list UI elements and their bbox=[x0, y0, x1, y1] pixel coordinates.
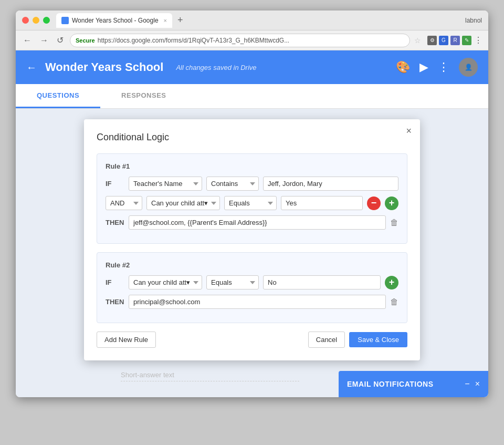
browser-addressbar: ← → ↺ Secure https://docs.google.com/for… bbox=[16, 30, 488, 50]
rule-2-if-field-select[interactable]: Can your child att▾ bbox=[129, 275, 202, 289]
ext-icon-1[interactable]: ⚙ bbox=[427, 36, 437, 45]
rule-2-box: Rule #2 IF Can your child att▾ Equals + … bbox=[97, 252, 407, 323]
rule-2-if-keyword: IF bbox=[106, 278, 124, 286]
rule-2-then-row: THEN 🗑 bbox=[106, 295, 398, 309]
rule-2-then-keyword: THEN bbox=[106, 298, 124, 306]
rule-1-and-operator-select[interactable]: Equals bbox=[224, 196, 277, 210]
user-avatar[interactable]: 👤 bbox=[459, 58, 478, 77]
email-notification-bar: EMAIL NOTIFICATIONS − × bbox=[339, 371, 488, 397]
minimize-window-button[interactable] bbox=[33, 17, 39, 24]
modal-close-button[interactable]: × bbox=[406, 126, 412, 137]
rule-2-then-value-input[interactable] bbox=[129, 295, 386, 309]
tab-title: Wonder Years School - Google bbox=[72, 17, 159, 24]
browser-tab[interactable]: Wonder Years School - Google × bbox=[56, 13, 172, 28]
rule-1-and-field-select[interactable]: Can your child att▾ bbox=[146, 196, 220, 210]
browser-titlebar: Wonder Years School - Google × + labnol bbox=[16, 11, 488, 30]
app-title: Wonder Years School bbox=[45, 60, 163, 74]
cancel-button[interactable]: Cancel bbox=[308, 332, 345, 348]
rule-2-label: Rule #2 bbox=[106, 261, 398, 269]
traffic-lights bbox=[22, 17, 50, 24]
save-close-button[interactable]: Save & Close bbox=[349, 332, 407, 347]
bookmark-button[interactable]: ☆ bbox=[414, 36, 421, 45]
rule-1-box: Rule #1 IF Teacher's Name Contains AND bbox=[97, 153, 407, 244]
rule-1-if-operator-select[interactable]: Contains bbox=[206, 177, 259, 191]
palette-icon[interactable]: 🎨 bbox=[396, 60, 410, 74]
rule-1-then-row: THEN 🗑 bbox=[106, 215, 398, 230]
rule-1-if-keyword: IF bbox=[106, 180, 124, 188]
rule-1-then-value-input[interactable] bbox=[129, 215, 386, 230]
address-bar[interactable]: Secure https://docs.google.com/forms/d/1… bbox=[70, 34, 410, 47]
header-actions: 🎨 ▶ ⋮ 👤 bbox=[396, 58, 478, 77]
user-label: labnol bbox=[465, 17, 482, 24]
rule-2-if-operator-select[interactable]: Equals bbox=[206, 275, 259, 289]
rule-2-if-row: IF Can your child att▾ Equals + bbox=[106, 275, 398, 289]
tab-favicon-icon bbox=[61, 17, 69, 24]
address-text: https://docs.google.com/forms/d/1RqiQvT-… bbox=[98, 37, 290, 44]
rule-1-if-row: IF Teacher's Name Contains bbox=[106, 177, 398, 191]
saved-label: All changes saved in Drive bbox=[176, 64, 256, 71]
tab-bar: QUESTIONS RESPONSES bbox=[16, 84, 488, 109]
rule-1-delete-button[interactable]: 🗑 bbox=[390, 218, 398, 227]
short-answer-placeholder: Short-answer text bbox=[121, 371, 299, 381]
remove-condition-button[interactable]: − bbox=[367, 196, 381, 210]
forward-button[interactable]: → bbox=[38, 35, 50, 46]
notification-actions: − × bbox=[465, 379, 480, 389]
tab-questions[interactable]: QUESTIONS bbox=[16, 84, 100, 108]
close-window-button[interactable] bbox=[22, 17, 29, 24]
tab-responses[interactable]: RESPONSES bbox=[100, 84, 187, 108]
conditional-logic-modal: × Conditional Logic Rule #1 IF Teacher's… bbox=[84, 119, 420, 360]
main-area: × Conditional Logic Rule #1 IF Teacher's… bbox=[16, 109, 488, 397]
new-tab-button[interactable]: + bbox=[174, 14, 186, 27]
modal-footer: Add New Rule Cancel Save & Close bbox=[97, 332, 407, 348]
ext-icon-2[interactable]: G bbox=[439, 36, 448, 45]
rule-2-add-condition-button[interactable]: + bbox=[385, 276, 398, 289]
secure-label: Secure bbox=[76, 37, 95, 44]
menu-icon[interactable]: ⋮ bbox=[474, 36, 483, 45]
modal-title: Conditional Logic bbox=[97, 132, 407, 143]
app-header: ← Wonder Years School All changes saved … bbox=[16, 50, 488, 84]
more-options-icon[interactable]: ⋮ bbox=[438, 60, 449, 74]
reload-button[interactable]: ↺ bbox=[55, 34, 66, 46]
browser-window: Wonder Years School - Google × + labnol … bbox=[16, 11, 488, 397]
rule-1-if-field-select[interactable]: Teacher's Name bbox=[129, 177, 202, 191]
rule-1-if-value-input[interactable] bbox=[263, 177, 398, 191]
rule-1-then-keyword: THEN bbox=[106, 219, 124, 226]
send-icon[interactable]: ▶ bbox=[419, 60, 428, 74]
notification-minimize-button[interactable]: − bbox=[465, 379, 469, 389]
add-rule-button[interactable]: Add New Rule bbox=[97, 332, 156, 348]
app-back-button[interactable]: ← bbox=[26, 61, 37, 74]
add-condition-button[interactable]: + bbox=[385, 196, 398, 210]
tab-close-icon[interactable]: × bbox=[164, 17, 167, 24]
back-button[interactable]: ← bbox=[21, 35, 34, 46]
rule-1-and-row: AND Can your child att▾ Equals − + bbox=[106, 196, 398, 210]
email-notification-label: EMAIL NOTIFICATIONS bbox=[347, 380, 434, 388]
rule-1-and-value-input[interactable] bbox=[281, 196, 363, 210]
rule-2-if-value-input[interactable] bbox=[263, 275, 381, 289]
browser-extensions: ⚙ G R ✎ ⋮ bbox=[427, 36, 483, 45]
rule-1-and-select[interactable]: AND bbox=[106, 196, 142, 210]
ext-icon-3[interactable]: R bbox=[450, 36, 460, 45]
rule-1-label: Rule #1 bbox=[106, 162, 398, 170]
maximize-window-button[interactable] bbox=[43, 17, 50, 24]
ext-icon-4[interactable]: ✎ bbox=[462, 36, 471, 45]
notification-close-button[interactable]: × bbox=[475, 379, 480, 389]
rule-2-delete-button[interactable]: 🗑 bbox=[390, 297, 398, 307]
